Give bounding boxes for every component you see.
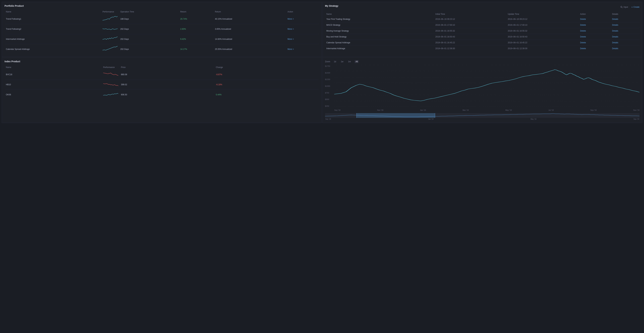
portfolio-row-days: 202 Days — [119, 44, 179, 54]
strategy-panel: My Strategy Input + Create Name — [322, 2, 642, 57]
strategy-row-update-time: 2019–06–01 16:50:43 — [506, 34, 579, 40]
strategy-row-name: Your First Trading Strategy — [325, 16, 434, 22]
index-row: OK06906.500.44% — [4, 90, 319, 100]
strategy-row-details[interactable]: Details — [611, 34, 640, 40]
portfolio-row-days: 202 Days — [119, 34, 179, 44]
strategy-row-action[interactable]: Delete — [579, 34, 611, 40]
strategy-row-action[interactable]: Delete — [579, 16, 611, 22]
strategy-row-details[interactable]: Details — [611, 16, 640, 22]
more-button[interactable]: More > — [288, 28, 294, 30]
delete-button[interactable]: Delete — [580, 42, 586, 44]
x-label-may19: May '19 — [506, 109, 512, 111]
x-label-jan19: Jan '19 — [420, 109, 426, 111]
strategy-row-initial-time: 2019–06–01 17:00:10 — [434, 22, 506, 28]
mini-x-sep18: Sep '18 — [325, 118, 331, 120]
strategy-row-action[interactable]: Delete — [579, 28, 611, 34]
details-button[interactable]: Details — [612, 42, 618, 44]
strategy-row-details[interactable]: Details — [611, 22, 640, 28]
y-label-1750: $1750 — [325, 65, 334, 67]
strategy-row-details[interactable]: Details — [611, 28, 640, 34]
chart-panel: Zoom 1d 1w 1m All $1750 $1500 $1250 $100… — [322, 57, 642, 123]
index-row-name: BVC16 — [4, 70, 102, 80]
portfolio-row-return: 20.74% — [179, 14, 214, 24]
strategy-row: MACD Strategy2019–06–01 17:00:102019–06–… — [325, 22, 640, 28]
create-button[interactable]: + Create — [632, 6, 640, 8]
delete-button[interactable]: Delete — [580, 30, 586, 32]
portfolio-row-name: Trend Following2 — [4, 24, 101, 34]
index-row-change: -8.87% — [214, 70, 319, 80]
portfolio-row-return: 2.83% — [179, 24, 214, 34]
portfolio-sparkline — [101, 24, 119, 34]
strategy-row-action[interactable]: Delete — [579, 46, 611, 52]
portfolio-row-return-ann: 3.65% Annualized — [214, 24, 286, 34]
delete-button[interactable]: Delete — [580, 24, 586, 26]
zoom-all-button[interactable]: All — [354, 60, 359, 63]
chart-minimap[interactable] — [325, 113, 640, 118]
portfolio-row-return-ann: 40.15% Annualized — [214, 14, 286, 24]
mini-x-jan19: Jan '19 — [428, 118, 434, 120]
more-button[interactable]: More > — [288, 38, 294, 40]
zoom-1d-button[interactable]: 1d — [333, 60, 337, 63]
details-button[interactable]: Details — [612, 47, 618, 50]
portfolio-row-action[interactable]: More > — [286, 24, 319, 34]
details-button[interactable]: Details — [612, 24, 618, 26]
portfolio-row: Trend Following2202 Days2.83%3.65% Annua… — [4, 24, 319, 34]
details-button[interactable]: Details — [612, 18, 618, 20]
minimap-selection[interactable] — [356, 113, 435, 118]
y-label-1000: $1000 — [325, 85, 334, 87]
index-row-price: 880.08 — [120, 70, 214, 80]
input-button[interactable]: Input — [620, 6, 628, 8]
index-row-name: OK06 — [4, 90, 102, 100]
col-name: Name — [4, 10, 101, 14]
strategy-row: Moving Average Strategy2019–06–01 16:55:… — [325, 28, 640, 34]
strategy-row-name: Buy and Hold Strategy — [325, 34, 434, 40]
strategy-row-action[interactable]: Delete — [579, 40, 611, 46]
strategy-row-initial-time: 2019–06–16 09:23:12 — [434, 16, 506, 22]
delete-button[interactable]: Delete — [580, 18, 586, 20]
y-label-500: $500 — [325, 98, 334, 100]
strategy-row: Calendar Spread Arbitrage2019–06–01 16:4… — [325, 40, 640, 46]
index-sparkline — [102, 70, 120, 80]
delete-button[interactable]: Delete — [580, 47, 586, 50]
index-row: HB10399.02-6.18% — [4, 80, 319, 90]
more-button[interactable]: More > — [288, 48, 294, 50]
strategy-row: Buy and Hold Strategy2019–06–01 16:50:43… — [325, 34, 640, 40]
chart-zoom-controls: Zoom 1d 1w 1m All — [325, 60, 640, 63]
x-label-nov18: Nov '18 — [377, 109, 384, 111]
scol-name: Name — [325, 12, 434, 16]
mini-x-sep19: Sep '19 — [634, 118, 639, 120]
details-button[interactable]: Details — [612, 30, 618, 32]
portfolio-row-action[interactable]: More > — [286, 44, 319, 54]
strategy-row-action[interactable]: Delete — [579, 22, 611, 28]
portfolio-row-action[interactable]: More > — [286, 14, 319, 24]
chart-svg-area — [334, 65, 640, 107]
strategy-row-update-time: 2019–06–01 16:55:32 — [506, 28, 579, 34]
mini-x-may19: May '19 — [530, 118, 536, 120]
index-row-change: -6.18% — [214, 80, 319, 90]
price-chart-svg — [334, 65, 640, 107]
index-row-price: 399.02 — [120, 80, 214, 90]
strategy-row-name: Moving Average Strategy — [325, 28, 434, 34]
col-action: Action — [286, 10, 319, 14]
index-sparkline — [102, 80, 120, 90]
delete-button[interactable]: Delete — [580, 36, 586, 38]
zoom-1w-button[interactable]: 1w — [340, 60, 344, 63]
portfolio-row-action[interactable]: More > — [286, 34, 319, 44]
strategy-row-details[interactable]: Details — [611, 46, 640, 52]
portfolio-row-name: Intermarket Arbitrage — [4, 34, 101, 44]
index-panel: Index Product Name Performance Price Cha… — [2, 57, 322, 123]
strategy-row-initial-time: 2019–06–01 16:50:43 — [434, 34, 506, 40]
x-label-sep18: Sep '18 — [334, 109, 340, 111]
zoom-1m-button[interactable]: 1m — [347, 60, 352, 63]
strategy-row-initial-time: 2019–06–01 16:45:22 — [434, 40, 506, 46]
y-label-1250: $1250 — [325, 78, 334, 80]
details-button[interactable]: Details — [612, 36, 618, 38]
portfolio-row: Calendar Spread Arbitrage202 Days14.17%2… — [4, 44, 319, 54]
svg-line-1 — [622, 8, 622, 8]
x-label-sep19: Sep '19 — [590, 109, 596, 111]
strategy-row-details[interactable]: Details — [611, 40, 640, 46]
more-button[interactable]: More > — [288, 18, 294, 20]
portfolio-row-return: 9.42% — [179, 34, 214, 44]
portfolio-table: Name Performance Operation Time Return R… — [4, 10, 319, 54]
portfolio-row-name: Trend Following1 — [4, 14, 101, 24]
